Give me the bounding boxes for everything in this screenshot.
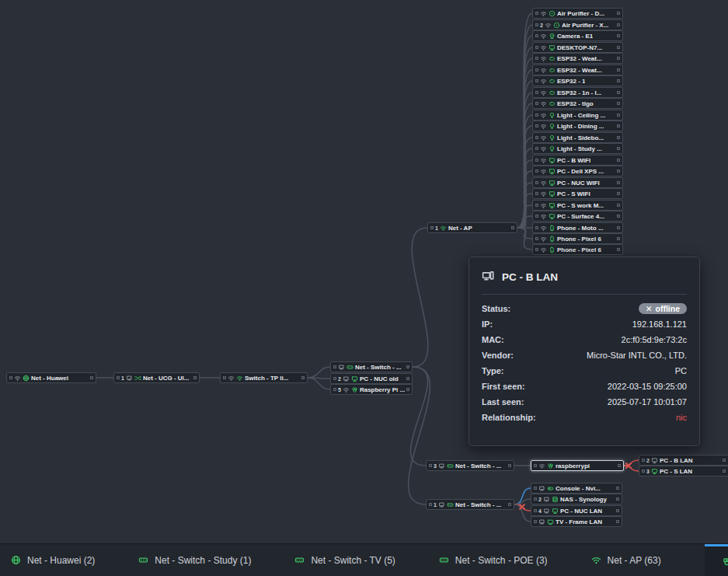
footer-tab-label: Net - Switch - TV (5)	[311, 555, 395, 566]
graph-node-air-purifier-x[interactable]: 2Air Purifier - X...	[532, 19, 623, 30]
graph-node-raspberrypi[interactable]: raspberrypi	[531, 460, 624, 471]
port-right	[193, 376, 197, 379]
graph-node-switch-tp-li[interactable]: Switch - TP li...	[220, 372, 308, 383]
graph-node-net-switch[interactable]: Net - Switch - ...	[330, 361, 413, 372]
graph-node-light-study[interactable]: Light - Study ...	[532, 143, 623, 154]
detail-label: First seen:	[482, 382, 525, 391]
node-label: Raspberry Pi ...	[360, 386, 405, 393]
wifi-icon	[540, 180, 547, 187]
graph-node-net-ap[interactable]: 1Net - AP	[427, 222, 517, 233]
graph-node-net-switch[interactable]: 1Net - Switch - ...	[426, 499, 514, 510]
fan-icon	[549, 10, 556, 17]
graph-node-pc-b-lan[interactable]: 2PC - B LAN	[639, 455, 728, 466]
device-details-rows: Status:✕offlineIP:192.168.1.121MAC:2c:f0…	[482, 301, 687, 425]
port-right	[723, 470, 726, 473]
fan-icon	[553, 22, 560, 29]
graph-node-pc-dell-xps[interactable]: PC - Dell XPS ...	[532, 166, 623, 176]
port-left	[534, 464, 537, 467]
monitor-icon	[549, 157, 556, 164]
monitor-icon	[549, 190, 556, 197]
graph-node-desktop-n7[interactable]: DESKTOP-N7...	[532, 42, 623, 53]
graph-node-pc-s-lan[interactable]: 3PC - S LAN	[639, 466, 728, 477]
phone-icon	[549, 236, 556, 243]
raspberry-icon	[547, 463, 554, 470]
wifi-icon	[545, 22, 552, 29]
footer-tab-raspberrypi-2[interactable]: raspberrypi (2)	[705, 544, 728, 576]
ethernet-icon	[538, 485, 545, 492]
graph-node-pc-s-wifi[interactable]: PC - S WIFI	[532, 188, 623, 199]
graph-node-esp32-tlgo[interactable]: ESP32 - tlgo	[532, 98, 623, 109]
graph-node-raspberry-pi[interactable]: 5Raspberry Pi ...	[330, 384, 413, 395]
footer-tab-net-switch-poe-3[interactable]: Net - Switch - POE (3)	[439, 555, 548, 566]
detail-value: 2c:f0:5d:9e:73:2c	[622, 335, 687, 344]
graph-node-phone-moto[interactable]: Phone - Moto ...	[532, 222, 623, 233]
node-label: Light - Sidebo...	[557, 134, 604, 141]
footer-tab-label: Net - Huawei (2)	[27, 555, 95, 566]
x-icon: ✕	[646, 304, 653, 313]
graph-node-esp32-1[interactable]: ESP32 - 1	[532, 75, 623, 86]
port-left	[429, 503, 432, 506]
port-right	[617, 68, 620, 72]
port-left	[535, 215, 538, 218]
ethernet-icon	[343, 375, 350, 382]
graph-node-phone-pixel-6[interactable]: Phone - Pixel 6	[532, 233, 623, 244]
node-label: Net - Huawei	[31, 375, 68, 382]
footer-tab-net-ap-63[interactable]: Net - AP (63)	[591, 555, 661, 566]
port-left	[535, 57, 538, 60]
port-left	[535, 226, 538, 229]
graph-node-pc-nuc-lan[interactable]: 4PC - NUC LAN	[531, 505, 622, 516]
graph-node-tv-frame-lan[interactable]: TV - Frame LAN	[531, 516, 622, 527]
port-left	[535, 23, 538, 26]
graph-node-esp32-weat[interactable]: ESP32 - Weat...	[532, 53, 623, 64]
node-label: PC - B LAN	[660, 457, 693, 464]
port-number: 1	[434, 502, 437, 508]
graph-node-pc-s-work-m[interactable]: PC - S work M...	[532, 200, 623, 211]
shuffle-icon	[134, 375, 141, 382]
graph-node-console-nvi[interactable]: Console - Nvi...	[531, 483, 622, 494]
graph-node-light-ceiling[interactable]: Light - Ceiling ...	[532, 110, 623, 120]
port-left	[535, 237, 538, 240]
graph-node-net-huawei[interactable]: Net - Huawei	[6, 372, 96, 383]
graph-node-net-ucg-ul[interactable]: 1Net - UCG - Ul...	[113, 372, 200, 383]
graph-node-esp32-weat[interactable]: ESP32 - Weat...	[532, 65, 623, 75]
graph-node-light-sidebo[interactable]: Light - Sidebo...	[532, 132, 623, 143]
graph-node-light-dining[interactable]: Light - Dining ...	[532, 120, 623, 131]
switch-icon	[439, 555, 449, 565]
port-number: 2	[538, 497, 542, 502]
graph-node-phone-pixel-6[interactable]: Phone - Pixel 6	[532, 244, 623, 255]
bulb-icon	[549, 134, 556, 141]
node-label: Net - AP	[448, 225, 472, 232]
graph-node-pc-b-wifi[interactable]: PC - B WIFI	[532, 155, 623, 166]
device-details-header: PC - B LAN	[482, 267, 687, 294]
detail-value: Micro-Star INTL CO., LTD.	[587, 351, 687, 360]
port-right	[617, 181, 620, 184]
footer-tab-net-switch-tv-5[interactable]: Net - Switch - TV (5)	[294, 555, 395, 566]
wifi-icon	[540, 33, 547, 40]
graph-node-esp32-1n-l[interactable]: ESP32 - 1n - l...	[532, 87, 623, 98]
wifi-icon	[540, 55, 547, 62]
pc-icon	[482, 270, 494, 285]
wifi-icon	[540, 168, 547, 175]
port-right	[617, 215, 620, 218]
node-label: PC - S WIFI	[557, 190, 590, 197]
graph-node-pc-surface-4[interactable]: PC - Surface 4...	[532, 211, 623, 222]
footer-tab-net-huawei-2[interactable]: Net - Huawei (2)	[11, 555, 95, 566]
graph-node-air-purifier-d[interactable]: Air Purifier - D...	[532, 8, 623, 19]
graph-node-pc-nuc-wifi[interactable]: PC - NUC WIFI	[532, 177, 623, 188]
port-right	[406, 377, 409, 380]
node-label: ESP32 - 1n - l...	[557, 89, 601, 96]
port-left	[535, 113, 538, 117]
port-left	[535, 181, 538, 184]
graph-node-nas-synology[interactable]: 2NAS - Synology	[531, 494, 622, 504]
port-right	[617, 46, 620, 49]
ethernet-icon	[338, 364, 345, 371]
port-left	[534, 509, 537, 512]
port-right	[617, 159, 620, 162]
graph-node-net-switch[interactable]: 3Net - Switch - ...	[426, 460, 514, 471]
globe-icon	[23, 375, 30, 382]
graph-node-pc-nuc-old[interactable]: 2PC - NUC old	[330, 373, 413, 384]
port-right	[617, 124, 620, 127]
footer-tab-net-switch-study-1[interactable]: Net - Switch - Study (1)	[138, 555, 251, 566]
port-right	[617, 57, 620, 60]
graph-node-camera-e1[interactable]: Camera - E1	[532, 30, 623, 41]
